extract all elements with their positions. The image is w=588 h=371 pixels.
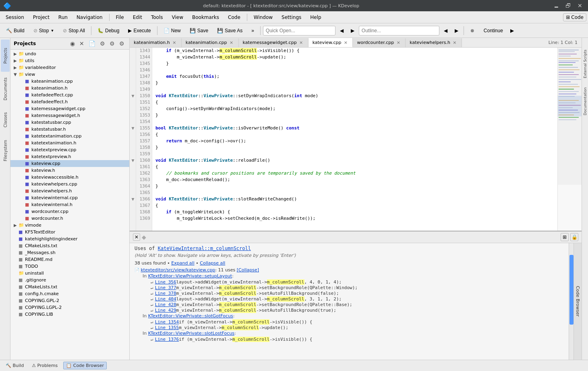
stop-all-button[interactable]: ⊘ Stop All xyxy=(59,26,89,35)
code-line-1346[interactable] xyxy=(155,67,554,73)
section-file-link[interactable]: ktexteditor/src/view/kateview.cpp xyxy=(141,267,215,273)
tree-item-KF5TextEditor[interactable]: ■KF5TextEditor xyxy=(10,229,129,236)
tree-item-katefadeeffect-cpp[interactable]: ■katefadeeffect.cpp xyxy=(10,92,129,98)
section-collapse-link[interactable]: [Collapse] xyxy=(237,267,259,273)
stop-button[interactable]: ⊘ Stop ▼ xyxy=(30,26,58,35)
code-line-1358[interactable]: } xyxy=(155,144,554,151)
filetree-extra-button[interactable]: ⚙ xyxy=(118,40,126,48)
tree-item-wordcounter-h[interactable]: ■wordcounter.h xyxy=(10,215,129,222)
fold-marker-1366[interactable]: ▼ xyxy=(130,196,136,202)
code-line-1351[interactable]: { xyxy=(155,99,554,106)
code-line-1357[interactable]: return m_doc->config()->ovr(); xyxy=(155,138,554,144)
bottom-split-button[interactable]: ⊞ xyxy=(561,233,569,241)
tree-item-COPYING-GPL-2[interactable]: ■COPYING.GPL-2 xyxy=(10,297,129,304)
tab-kateanimation-cpp[interactable]: kateanimation.cpp× xyxy=(182,38,239,47)
bottom-lock-button[interactable]: 🔒 xyxy=(570,233,578,241)
code-line-1345[interactable]: } xyxy=(155,60,554,67)
code-line-1368[interactable]: if (m_toggleWriteLock) { xyxy=(155,209,554,215)
tree-item-README-md[interactable]: ■README.md xyxy=(10,256,129,263)
menu-view[interactable]: View xyxy=(168,13,187,22)
close-button[interactable]: ✕ xyxy=(575,2,585,10)
tab-close[interactable]: × xyxy=(395,40,401,46)
sub-section-link[interactable]: KTextEditor::ViewPrivate::setupLayout xyxy=(148,273,232,279)
continue-more-button[interactable]: ▶ xyxy=(508,27,516,35)
tree-item-COPYING-LIB[interactable]: ■COPYING.LIB xyxy=(10,311,129,318)
execute-button[interactable]: ▶ Execute xyxy=(124,26,154,35)
menu-project[interactable]: Project xyxy=(29,13,54,22)
fold-marker-1350[interactable]: ▼ xyxy=(130,93,136,99)
tree-item-COPYING-LGPL-2[interactable]: ■COPYING.LGPL-2 xyxy=(10,304,129,311)
nav-forward-button[interactable]: ▶ xyxy=(348,27,357,35)
menu-bookmarks[interactable]: Bookmarks xyxy=(188,13,223,22)
tab-wordcounter-cpp[interactable]: wordcounter.cpp× xyxy=(353,38,406,47)
code-line-1349[interactable] xyxy=(155,86,554,93)
nav-back-button[interactable]: ◀ xyxy=(337,27,346,35)
tree-item-katetextpreview-h[interactable]: ■katetextpreview.h xyxy=(10,153,129,160)
tab-kateviewhelpers-h[interactable]: kateviewhelpers.h× xyxy=(406,38,462,47)
tree-item-_Messages-sh[interactable]: ■_Messages.sh xyxy=(10,249,129,256)
code-line-1362[interactable]: // bookmarks and cursor positions are te… xyxy=(155,170,554,177)
filetree-close-button[interactable]: ✕ xyxy=(78,40,86,48)
menu-settings[interactable]: Settings xyxy=(277,13,305,22)
menu-tools[interactable]: Tools xyxy=(147,13,167,22)
use-line-link[interactable]: Line 1354 xyxy=(155,319,179,325)
maximize-button[interactable]: 🗗 xyxy=(563,2,574,10)
code-line-1361[interactable]: { xyxy=(155,164,554,170)
tree-item-wordcounter-cpp[interactable]: ■wordcounter.cpp xyxy=(10,208,129,215)
code-button[interactable]: ⊞ Code xyxy=(563,13,586,21)
use-line-link[interactable]: Line 429 xyxy=(155,308,176,313)
menu-run[interactable]: Run xyxy=(54,13,72,22)
quickopen-input[interactable] xyxy=(263,26,335,35)
tree-item-vimode[interactable]: ▶📁vimode xyxy=(10,222,129,229)
menu-help[interactable]: Help xyxy=(306,13,325,22)
code-line-1366[interactable]: void KTextEditor::ViewPrivate::slotReadW… xyxy=(155,196,554,202)
expand-all-link[interactable]: Expand all xyxy=(171,261,195,266)
tree-item-kateviewaccessible-h[interactable]: ■kateviewaccessible.h xyxy=(10,174,129,181)
tree-item-kateview-h[interactable]: ■kateview.h xyxy=(10,167,129,174)
menu-window[interactable]: Window xyxy=(250,13,277,22)
tree-item-config-h-cmake[interactable]: ■config.h.cmake xyxy=(10,290,129,297)
stop-dropdown-icon[interactable]: ▼ xyxy=(50,29,54,33)
filetree-new-button[interactable]: 📄 xyxy=(87,40,97,48)
save-button[interactable]: 💾 Save xyxy=(186,26,212,35)
tree-item-variableeditor[interactable]: ▶📁variableeditor xyxy=(10,64,129,71)
use-line-link[interactable]: Line 356 xyxy=(155,279,176,285)
tab-katemessagewidget-cpp[interactable]: katemessagewidget.cpp× xyxy=(239,38,308,47)
tab-close[interactable]: × xyxy=(298,40,304,46)
fold-marker-1360[interactable]: ▼ xyxy=(130,157,136,164)
tree-item-katefadeeffect-h[interactable]: ■katefadeeffect.h xyxy=(10,98,129,105)
tab-close[interactable]: × xyxy=(452,40,458,46)
bottom-scrollbar-thumb[interactable] xyxy=(569,255,574,325)
tree-item-CMakeLists-txt[interactable]: ■CMakeLists.txt xyxy=(10,283,129,290)
code-line-1347[interactable]: emit focusOut(this); xyxy=(155,73,554,80)
sidebar-item-filesystem[interactable]: Filesystem xyxy=(1,135,10,167)
sidebar-item-external-scripts[interactable]: External Scripts xyxy=(582,40,588,80)
tree-item-view[interactable]: ▼📁view xyxy=(10,71,129,78)
statusbar-code-browser[interactable]: 📋 Code Browser xyxy=(63,362,107,369)
filetree-gear-button[interactable]: ⚙ xyxy=(98,40,107,48)
code-line-1350[interactable]: void KTextEditor::ViewPrivate::setDynWra… xyxy=(155,93,554,99)
sidebar-item-documents[interactable]: Documents xyxy=(1,73,10,105)
tree-item-kateviewhelpers-h[interactable]: ■kateviewhelpers.h xyxy=(10,188,129,194)
code-line-1369[interactable]: m_toggleWriteLock->setChecked(m_doc->isR… xyxy=(155,215,554,222)
bottom-scrollbar[interactable] xyxy=(569,243,574,360)
tree-item--gitignore[interactable]: ■.gitignore xyxy=(10,277,129,283)
tree-item-katehighlightingindexer[interactable]: ■katehighlightingindexer xyxy=(10,236,129,242)
tree-item-katestatusbar-cpp[interactable]: ■katestatusbar.cpp xyxy=(10,119,129,126)
sidebar-item-classes[interactable]: Classes xyxy=(1,106,10,134)
code-line-1360[interactable]: void KTextEditor::ViewPrivate::reloadFil… xyxy=(155,157,554,164)
tree-item-uninstall[interactable]: 📁uninstall xyxy=(10,270,129,277)
tab-kateanimation-h[interactable]: kateanimation.h× xyxy=(130,38,182,47)
tree-item-kateviewinternal-h[interactable]: ■kateviewinternal.h xyxy=(10,201,129,208)
tab-kateview-cpp[interactable]: kateview.cpp× xyxy=(308,38,353,47)
code-browser-tab[interactable]: Code Browser xyxy=(574,243,582,360)
code-line-1354[interactable] xyxy=(155,119,554,125)
tree-item-katemessagewidget-h[interactable]: ■katemessagewidget.h xyxy=(10,112,129,119)
new-button[interactable]: 📄 New xyxy=(160,26,184,35)
tree-item-katetextpreview-cpp[interactable]: ■katetextpreview.cpp xyxy=(10,146,129,153)
fold-marker-1355[interactable]: ▼ xyxy=(130,125,136,131)
debug-button[interactable]: 🐛 Debug xyxy=(94,26,123,35)
tree-item-undo[interactable]: ▶📁undo xyxy=(10,50,129,57)
code-line-1359[interactable] xyxy=(155,151,554,157)
sub-section-link[interactable]: KTextEditor::ViewPrivate::slotLostFocus xyxy=(148,331,234,336)
